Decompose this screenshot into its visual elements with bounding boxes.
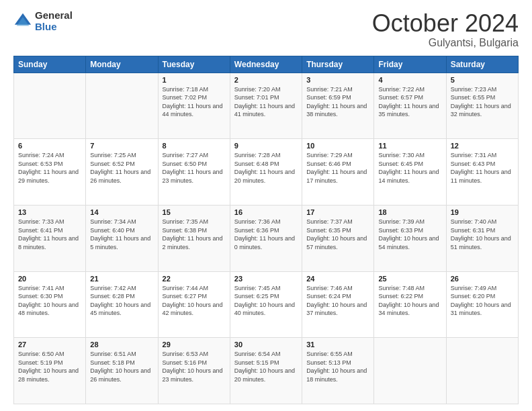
calendar-cell: 24 Sunrise: 7:46 AMSunset: 6:24 PMDaylig…	[302, 271, 374, 338]
day-number: 1	[163, 76, 226, 84]
day-info: Sunrise: 7:45 AMSunset: 6:25 PMDaylight:…	[234, 284, 298, 318]
day-number: 9	[234, 142, 298, 150]
title-block: October 2024 Gulyantsi, Bulgaria	[372, 10, 519, 49]
logo-icon	[13, 12, 32, 31]
day-number: 23	[234, 275, 298, 283]
calendar-cell: 6 Sunrise: 7:24 AMSunset: 6:53 PMDayligh…	[14, 139, 86, 205]
day-number: 7	[90, 142, 153, 150]
day-info: Sunrise: 7:42 AMSunset: 6:28 PMDaylight:…	[90, 284, 153, 318]
col-sunday: Sunday	[14, 56, 86, 73]
calendar-cell: 1 Sunrise: 7:18 AMSunset: 7:02 PMDayligh…	[158, 73, 230, 139]
day-number: 29	[163, 340, 226, 349]
calendar-week-row: 1 Sunrise: 7:18 AMSunset: 7:02 PMDayligh…	[14, 73, 519, 139]
logo-general: General	[35, 10, 73, 21]
day-info: Sunrise: 6:54 AMSunset: 5:15 PMDaylight:…	[234, 350, 298, 383]
day-info: Sunrise: 6:53 AMSunset: 5:16 PMDaylight:…	[163, 350, 226, 383]
day-info: Sunrise: 7:25 AMSunset: 6:52 PMDaylight:…	[90, 151, 153, 185]
logo-blue: Blue	[35, 21, 73, 33]
day-number: 22	[163, 275, 226, 283]
calendar-week-row: 20 Sunrise: 7:41 AMSunset: 6:30 PMDaylig…	[14, 271, 519, 338]
page: General Blue October 2024 Gulyantsi, Bul…	[0, 0, 532, 411]
calendar-cell: 10 Sunrise: 7:29 AMSunset: 6:46 PMDaylig…	[302, 139, 374, 205]
calendar-cell: 3 Sunrise: 7:21 AMSunset: 6:59 PMDayligh…	[302, 73, 374, 139]
day-info: Sunrise: 7:29 AMSunset: 6:46 PMDaylight:…	[306, 151, 369, 185]
logo: General Blue	[13, 10, 73, 32]
day-number: 26	[451, 275, 514, 283]
calendar-cell: 30 Sunrise: 6:54 AMSunset: 5:15 PMDaylig…	[230, 338, 302, 404]
calendar-cell: 28 Sunrise: 6:51 AMSunset: 5:18 PMDaylig…	[86, 338, 158, 404]
calendar-cell	[86, 73, 158, 139]
day-number: 20	[18, 275, 81, 283]
calendar-cell: 20 Sunrise: 7:41 AMSunset: 6:30 PMDaylig…	[14, 271, 86, 338]
day-info: Sunrise: 7:40 AMSunset: 6:31 PMDaylight:…	[451, 218, 514, 251]
day-number: 27	[18, 340, 81, 349]
calendar-cell: 25 Sunrise: 7:48 AMSunset: 6:22 PMDaylig…	[374, 271, 446, 338]
day-info: Sunrise: 6:50 AMSunset: 5:19 PMDaylight:…	[18, 350, 81, 383]
day-number: 31	[306, 340, 369, 349]
col-saturday: Saturday	[446, 56, 518, 73]
calendar-cell: 14 Sunrise: 7:34 AMSunset: 6:40 PMDaylig…	[86, 205, 158, 271]
calendar-cell: 11 Sunrise: 7:30 AMSunset: 6:45 PMDaylig…	[374, 139, 446, 205]
day-number: 30	[234, 340, 298, 349]
day-number: 8	[163, 142, 226, 150]
calendar-cell: 29 Sunrise: 6:53 AMSunset: 5:16 PMDaylig…	[158, 338, 230, 404]
calendar-cell: 8 Sunrise: 7:27 AMSunset: 6:50 PMDayligh…	[158, 139, 230, 205]
calendar-cell: 12 Sunrise: 7:31 AMSunset: 6:43 PMDaylig…	[446, 139, 518, 205]
day-number: 16	[234, 208, 298, 216]
calendar-cell: 26 Sunrise: 7:49 AMSunset: 6:20 PMDaylig…	[446, 271, 518, 338]
calendar-cell: 18 Sunrise: 7:39 AMSunset: 6:33 PMDaylig…	[374, 205, 446, 271]
day-info: Sunrise: 7:33 AMSunset: 6:41 PMDaylight:…	[18, 218, 81, 251]
day-number: 12	[451, 142, 514, 150]
day-info: Sunrise: 7:49 AMSunset: 6:20 PMDaylight:…	[451, 284, 514, 318]
calendar-week-row: 6 Sunrise: 7:24 AMSunset: 6:53 PMDayligh…	[14, 139, 519, 205]
day-number: 19	[451, 208, 514, 216]
day-info: Sunrise: 6:51 AMSunset: 5:18 PMDaylight:…	[90, 350, 153, 383]
calendar-cell: 19 Sunrise: 7:40 AMSunset: 6:31 PMDaylig…	[446, 205, 518, 271]
col-thursday: Thursday	[302, 56, 374, 73]
day-number: 18	[378, 208, 441, 216]
day-info: Sunrise: 7:48 AMSunset: 6:22 PMDaylight:…	[378, 284, 441, 318]
logo-text: General Blue	[35, 10, 73, 32]
day-number: 10	[306, 142, 369, 150]
day-info: Sunrise: 7:46 AMSunset: 6:24 PMDaylight:…	[306, 284, 369, 318]
calendar-cell	[14, 73, 86, 139]
calendar-week-row: 27 Sunrise: 6:50 AMSunset: 5:19 PMDaylig…	[14, 338, 519, 404]
day-number: 25	[378, 275, 441, 283]
day-info: Sunrise: 7:41 AMSunset: 6:30 PMDaylight:…	[18, 284, 81, 318]
day-number: 17	[306, 208, 369, 216]
day-number: 3	[306, 76, 369, 84]
calendar-cell: 21 Sunrise: 7:42 AMSunset: 6:28 PMDaylig…	[86, 271, 158, 338]
day-info: Sunrise: 7:39 AMSunset: 6:33 PMDaylight:…	[378, 218, 441, 251]
calendar-cell: 31 Sunrise: 6:55 AMSunset: 5:13 PMDaylig…	[302, 338, 374, 404]
day-info: Sunrise: 7:24 AMSunset: 6:53 PMDaylight:…	[18, 151, 81, 185]
day-info: Sunrise: 7:23 AMSunset: 6:55 PMDaylight:…	[451, 85, 514, 119]
calendar-cell: 15 Sunrise: 7:35 AMSunset: 6:38 PMDaylig…	[158, 205, 230, 271]
calendar-cell: 5 Sunrise: 7:23 AMSunset: 6:55 PMDayligh…	[446, 73, 518, 139]
day-number: 24	[306, 275, 369, 283]
day-info: Sunrise: 7:28 AMSunset: 6:48 PMDaylight:…	[234, 151, 298, 185]
month-title: October 2024	[372, 10, 519, 37]
calendar-cell: 17 Sunrise: 7:37 AMSunset: 6:35 PMDaylig…	[302, 205, 374, 271]
day-info: Sunrise: 6:55 AMSunset: 5:13 PMDaylight:…	[306, 350, 369, 383]
calendar-cell: 9 Sunrise: 7:28 AMSunset: 6:48 PMDayligh…	[230, 139, 302, 205]
calendar-cell	[374, 338, 446, 404]
day-info: Sunrise: 7:35 AMSunset: 6:38 PMDaylight:…	[163, 218, 226, 251]
day-info: Sunrise: 7:37 AMSunset: 6:35 PMDaylight:…	[306, 218, 369, 251]
calendar-cell: 27 Sunrise: 6:50 AMSunset: 5:19 PMDaylig…	[14, 338, 86, 404]
day-number: 4	[378, 76, 441, 84]
calendar-cell: 13 Sunrise: 7:33 AMSunset: 6:41 PMDaylig…	[14, 205, 86, 271]
day-info: Sunrise: 7:34 AMSunset: 6:40 PMDaylight:…	[90, 218, 153, 251]
calendar-cell: 16 Sunrise: 7:36 AMSunset: 6:36 PMDaylig…	[230, 205, 302, 271]
col-monday: Monday	[86, 56, 158, 73]
header: General Blue October 2024 Gulyantsi, Bul…	[13, 10, 519, 49]
calendar-header-row: Sunday Monday Tuesday Wednesday Thursday…	[14, 56, 519, 73]
day-info: Sunrise: 7:36 AMSunset: 6:36 PMDaylight:…	[234, 218, 298, 251]
day-number: 13	[18, 208, 81, 216]
day-number: 14	[90, 208, 153, 216]
col-friday: Friday	[374, 56, 446, 73]
day-number: 28	[90, 340, 153, 349]
calendar-cell: 7 Sunrise: 7:25 AMSunset: 6:52 PMDayligh…	[86, 139, 158, 205]
day-info: Sunrise: 7:31 AMSunset: 6:43 PMDaylight:…	[451, 151, 514, 185]
col-tuesday: Tuesday	[158, 56, 230, 73]
day-info: Sunrise: 7:20 AMSunset: 7:01 PMDaylight:…	[234, 85, 298, 119]
